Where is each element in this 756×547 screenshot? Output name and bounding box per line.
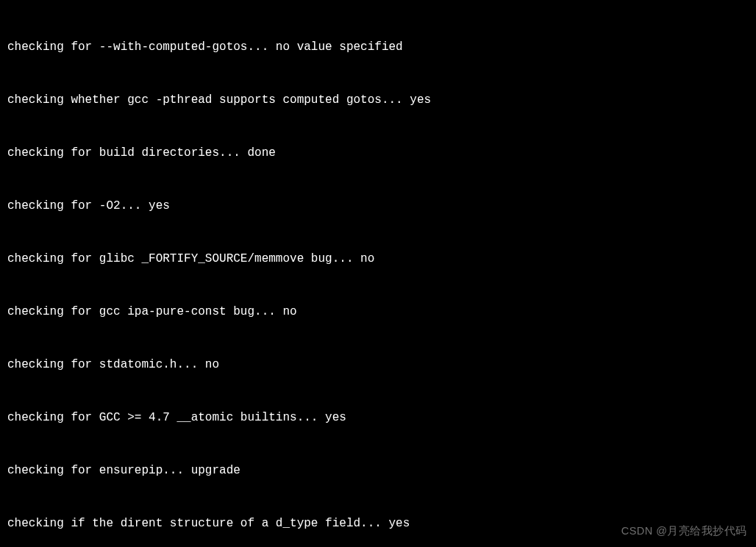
output-line: checking for gcc ipa-pure-const bug... n… xyxy=(7,303,749,321)
output-line: checking for GCC >= 4.7 __atomic builtin… xyxy=(7,409,749,426)
output-line: checking whether gcc -pthread supports c… xyxy=(7,91,749,109)
output-line: checking for build directories... done xyxy=(7,144,749,162)
output-line: checking for --with-computed-gotos... no… xyxy=(7,38,749,56)
terminal-output: checking for --with-computed-gotos... no… xyxy=(7,3,749,547)
watermark: CSDN @月亮给我抄代码 xyxy=(621,523,747,540)
output-line: checking for stdatomic.h... no xyxy=(7,356,749,373)
output-line: checking for glibc _FORTIFY_SOURCE/memmo… xyxy=(7,250,749,268)
output-line: checking for -O2... yes xyxy=(7,197,749,215)
output-line: checking for ensurepip... upgrade xyxy=(7,462,749,479)
